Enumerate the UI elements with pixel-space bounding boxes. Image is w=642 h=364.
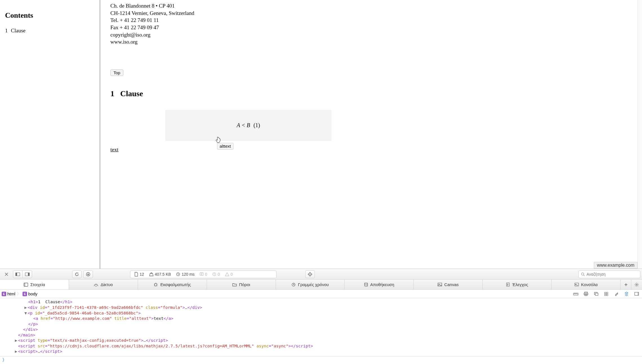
src: "http://www.example.com" (53, 316, 112, 321)
svg-rect-28 (605, 292, 606, 294)
src: <script (18, 349, 35, 354)
element-badge-icon: E (23, 292, 27, 296)
dock-side-segment (13, 270, 32, 278)
weight-icon (149, 272, 153, 276)
vertical-scrollbar[interactable] (637, 0, 642, 269)
grid-icon[interactable] (603, 291, 610, 297)
crumb-body[interactable]: E body (23, 291, 37, 296)
disclosure-right-icon[interactable]: ▶ (14, 338, 18, 343)
ruler-icon[interactable] (572, 291, 579, 297)
svg-rect-30 (605, 294, 606, 296)
formula-eqnum: (1) (253, 122, 260, 129)
download-button[interactable] (83, 270, 93, 278)
dom-tree[interactable]: <h1>1 Clause</h1> ▶<div id="_1fd23f9f-71… (0, 298, 642, 356)
image-icon (438, 283, 442, 286)
reload-button[interactable] (72, 270, 82, 278)
paint-flashing-icon[interactable] (613, 291, 620, 297)
stat-size: 407.5 KB (149, 272, 171, 277)
stat-time: 120 ms (176, 272, 195, 277)
src: <h1> (28, 300, 38, 304)
element-badge-icon: E (2, 292, 6, 296)
stat-logs-value: 0 (205, 272, 207, 277)
devtools-settings-button[interactable] (631, 280, 642, 289)
src: > (35, 349, 38, 354)
toggle-right-sidebar-icon[interactable] (633, 291, 640, 297)
checklist-icon (506, 282, 510, 287)
toc-item-clause[interactable]: 1 Clause (5, 28, 95, 34)
add-tab-button[interactable] (621, 280, 631, 289)
link-tooltip: alttext (217, 143, 233, 149)
tab-label: Πόροι (239, 282, 250, 287)
address-line: copyright@iso.org (110, 31, 627, 39)
src: "_1fd23f9f-7141-4378-a69c-9ad2a666bfdc" (47, 305, 143, 310)
tab-elements[interactable]: Στοιχεία (0, 280, 69, 289)
log-icon (200, 272, 204, 276)
dock-right-button[interactable] (23, 270, 32, 278)
src: </h1> (60, 300, 73, 304)
tab-debugger[interactable]: Εκσφαλματωτής (138, 280, 207, 289)
example-link[interactable]: text (110, 147, 119, 153)
toc-item-num: 1 (5, 28, 10, 34)
tab-label: Κονσόλα (581, 282, 598, 287)
src: <p (28, 311, 35, 315)
document-icon (134, 272, 138, 277)
tab-label: Έλεγχος (512, 282, 528, 287)
src: "alttext" (129, 316, 151, 321)
formula-rhs: B (247, 122, 250, 129)
src: "text/x-mathjax-config;executed=true" (50, 338, 141, 343)
src: "https://cdnjs.cloudflare.com/ajax/libs/… (48, 344, 254, 348)
devtools-search-input[interactable] (587, 272, 638, 277)
src: </script> (291, 344, 313, 348)
tab-network[interactable]: Δίκτυο (69, 280, 138, 289)
stat-logs: 0 (200, 272, 207, 277)
stat-warnings-value: 0 (231, 272, 233, 277)
tab-canvas[interactable]: Canvas (414, 280, 483, 289)
devtools-panel: 12 407.5 KB 120 ms 0 0 0 (0, 269, 642, 364)
inspect-element-button[interactable] (305, 270, 315, 278)
shadow-dom-icon[interactable] (592, 291, 600, 297)
tab-label: Canvas (444, 282, 459, 287)
tab-audit[interactable]: Έλεγχος (483, 280, 552, 289)
svg-point-16 (364, 283, 367, 284)
document-main: Ch. de Blandonnet 8 • CP 401 CH-1214 Ver… (100, 0, 637, 269)
src: "formula" (160, 305, 182, 310)
plus-icon (624, 283, 628, 286)
document-viewport: Contents 1 Clause Ch. de Blandonnet 8 • … (0, 0, 642, 269)
dock-left-button[interactable] (13, 270, 23, 278)
clock-icon (176, 272, 180, 276)
src: </a> (164, 316, 173, 321)
src: src (38, 344, 45, 348)
address-line: Fax + 41 22 749 09 47 (110, 24, 627, 31)
src: > (151, 316, 154, 321)
src: > (182, 305, 185, 310)
top-button[interactable]: Top (110, 69, 123, 76)
clause-title: Clause (120, 89, 143, 98)
console-prompt[interactable]: 〉 (0, 356, 642, 364)
tab-timelines[interactable]: Γραμμές χρόνου (276, 280, 345, 289)
print-styles-icon[interactable] (582, 291, 590, 297)
disclosure-right-icon[interactable]: ▶ (14, 349, 18, 354)
src: "_dad5a5cd-9854-46a6-beca-52a8c05868bc" (42, 311, 138, 315)
crumb-html[interactable]: E html (2, 291, 15, 296)
disclosure-down-icon[interactable]: ▼ (24, 311, 28, 316)
target-icon (307, 272, 313, 277)
tab-console[interactable]: Κονσόλα (552, 280, 621, 289)
devtools-search[interactable] (578, 270, 640, 278)
section-marker (110, 84, 627, 86)
close-devtools-button[interactable] (2, 270, 11, 278)
gear-icon (634, 282, 639, 287)
svg-rect-17 (438, 283, 442, 286)
tab-label: Στοιχεία (30, 282, 45, 287)
src: > (141, 338, 144, 343)
tab-storage[interactable]: Αποθήκευση (345, 280, 414, 289)
tab-resources[interactable]: Πόροι (207, 280, 276, 289)
src: </p> (28, 322, 38, 326)
src: <script (18, 344, 38, 348)
formula-lhs: A (237, 122, 240, 129)
database-icon (364, 282, 368, 287)
compositing-borders-icon[interactable] (623, 291, 630, 297)
src: </script> (40, 349, 63, 354)
crumb-label: html (7, 291, 15, 296)
disclosure-right-icon[interactable]: ▶ (24, 305, 28, 311)
svg-rect-12 (24, 283, 25, 286)
